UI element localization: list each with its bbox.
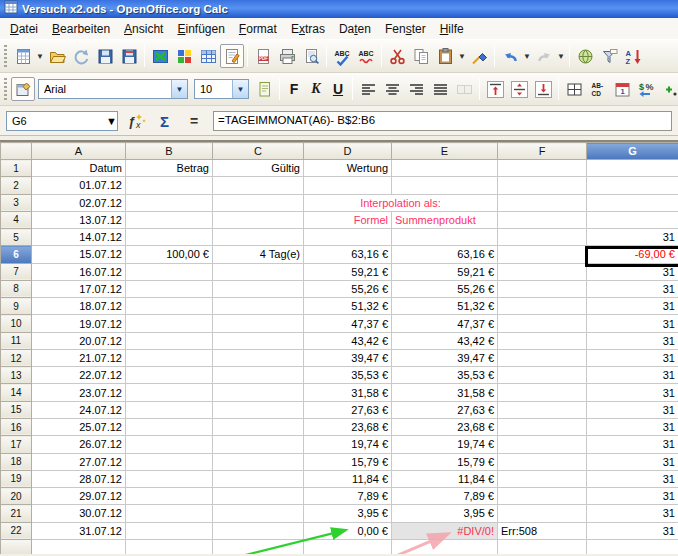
cell-B22[interactable] bbox=[126, 522, 213, 539]
cell-B15[interactable] bbox=[126, 401, 213, 418]
cell-D6[interactable]: 63,16 € bbox=[304, 246, 392, 263]
row-header-23[interactable] bbox=[1, 539, 32, 554]
cell-F4[interactable] bbox=[498, 211, 587, 228]
cell-E15[interactable]: 27,63 € bbox=[392, 401, 498, 418]
cut-button[interactable] bbox=[385, 44, 409, 68]
row-header-21[interactable]: 21 bbox=[1, 505, 32, 522]
row-header-12[interactable]: 12 bbox=[1, 349, 32, 366]
export-button[interactable] bbox=[148, 44, 172, 68]
row-header-5[interactable]: 5 bbox=[1, 229, 32, 246]
cell-D16[interactable]: 23,68 € bbox=[304, 418, 392, 435]
cell-G10[interactable]: 31 bbox=[587, 315, 678, 332]
align-justify-button[interactable] bbox=[428, 77, 452, 101]
cell-F6[interactable] bbox=[498, 246, 587, 263]
wrap-text-button[interactable]: AB-CD bbox=[586, 77, 610, 101]
align-top-button[interactable] bbox=[483, 77, 507, 101]
cell-D3[interactable]: Interpolation als: bbox=[304, 194, 498, 211]
cell-A1[interactable]: Datum bbox=[32, 160, 126, 177]
cell-D20[interactable]: 7,89 € bbox=[304, 488, 392, 505]
cell-G7[interactable]: 31 bbox=[587, 263, 678, 280]
cell-B9[interactable] bbox=[126, 298, 213, 315]
cell-B13[interactable] bbox=[126, 367, 213, 384]
cell-E12[interactable]: 39,47 € bbox=[392, 349, 498, 366]
insert-table-button[interactable] bbox=[196, 44, 220, 68]
cell-G3[interactable] bbox=[587, 194, 678, 211]
cell-G17[interactable]: 31 bbox=[587, 436, 678, 453]
cell-E17[interactable]: 19,74 € bbox=[392, 436, 498, 453]
paste-dropdown-icon[interactable]: ▼ bbox=[457, 44, 467, 68]
cell-E4[interactable]: Summenprodukt bbox=[392, 211, 498, 228]
cell-C18[interactable] bbox=[213, 453, 304, 470]
cell-A23[interactable] bbox=[32, 539, 126, 554]
cell-F3[interactable] bbox=[498, 194, 587, 211]
cell-A13[interactable]: 22.07.12 bbox=[32, 367, 126, 384]
cell-D8[interactable]: 55,26 € bbox=[304, 280, 392, 297]
row-header-20[interactable]: 20 bbox=[1, 488, 32, 505]
cell-E14[interactable]: 31,58 € bbox=[392, 384, 498, 401]
cell-A10[interactable]: 19.07.12 bbox=[32, 315, 126, 332]
menu-einfgen[interactable]: Einfügen bbox=[170, 19, 231, 39]
cell-D18[interactable]: 15,79 € bbox=[304, 453, 392, 470]
cell-B7[interactable] bbox=[126, 263, 213, 280]
date-format-button[interactable]: 1 bbox=[610, 77, 634, 101]
cell-C8[interactable] bbox=[213, 280, 304, 297]
row-header-14[interactable]: 14 bbox=[1, 384, 32, 401]
cell-D14[interactable]: 31,58 € bbox=[304, 384, 392, 401]
cell-A8[interactable]: 17.07.12 bbox=[32, 280, 126, 297]
toolbar-drag-handle[interactable] bbox=[4, 78, 7, 100]
cell-C16[interactable] bbox=[213, 418, 304, 435]
cell-D15[interactable]: 27,63 € bbox=[304, 401, 392, 418]
cell-F15[interactable] bbox=[498, 401, 587, 418]
cell-G11[interactable]: 31 bbox=[587, 332, 678, 349]
cell-D22[interactable]: 0,00 € bbox=[304, 522, 392, 539]
cell-B21[interactable] bbox=[126, 505, 213, 522]
cell-F8[interactable] bbox=[498, 280, 587, 297]
cell-E22[interactable]: #DIV/0! bbox=[392, 522, 498, 539]
cell-G6[interactable]: -69,00 € bbox=[587, 246, 678, 263]
print-button[interactable] bbox=[275, 44, 299, 68]
cell-C19[interactable] bbox=[213, 470, 304, 487]
cell-F12[interactable] bbox=[498, 349, 587, 366]
document-button[interactable] bbox=[252, 77, 276, 101]
autofilter-button[interactable] bbox=[597, 44, 621, 68]
cell-D1[interactable]: Wertung bbox=[304, 160, 392, 177]
cell-A17[interactable]: 26.07.12 bbox=[32, 436, 126, 453]
cell-F18[interactable] bbox=[498, 453, 587, 470]
cell-D7[interactable]: 59,21 € bbox=[304, 263, 392, 280]
cell-B5[interactable] bbox=[126, 229, 213, 246]
cell-E20[interactable]: 7,89 € bbox=[392, 488, 498, 505]
menu-datei[interactable]: Datei bbox=[3, 19, 45, 39]
cell-F1[interactable] bbox=[498, 160, 587, 177]
cell-E16[interactable]: 23,68 € bbox=[392, 418, 498, 435]
cell-B8[interactable] bbox=[126, 280, 213, 297]
column-header-G[interactable]: G bbox=[587, 143, 678, 160]
cell-D13[interactable]: 35,53 € bbox=[304, 367, 392, 384]
row-header-3[interactable]: 3 bbox=[1, 194, 32, 211]
sort-descending-button[interactable]: AZ bbox=[621, 44, 645, 68]
cell-G5[interactable]: 31 bbox=[587, 229, 678, 246]
cell-G9[interactable]: 31 bbox=[587, 298, 678, 315]
row-header-1[interactable]: 1 bbox=[1, 160, 32, 177]
save-button[interactable] bbox=[93, 44, 117, 68]
cell-G23[interactable] bbox=[587, 539, 678, 554]
menu-fenster[interactable]: Fenster bbox=[378, 19, 433, 39]
cell-A16[interactable]: 25.07.12 bbox=[32, 418, 126, 435]
redo-dropdown-icon[interactable]: ▼ bbox=[556, 44, 566, 68]
reload-button[interactable] bbox=[69, 44, 93, 68]
cell-E8[interactable]: 55,26 € bbox=[392, 280, 498, 297]
cell-A6[interactable]: 15.07.12 bbox=[32, 246, 126, 263]
cell-B17[interactable] bbox=[126, 436, 213, 453]
row-header-9[interactable]: 9 bbox=[1, 298, 32, 315]
cell-G14[interactable]: 31 bbox=[587, 384, 678, 401]
format-paintbrush-button[interactable] bbox=[467, 44, 491, 68]
cell-D12[interactable]: 39,47 € bbox=[304, 349, 392, 366]
open-button[interactable] bbox=[45, 44, 69, 68]
cell-C11[interactable] bbox=[213, 332, 304, 349]
borders-button[interactable] bbox=[562, 77, 586, 101]
gallery-button[interactable] bbox=[172, 44, 196, 68]
cell-A5[interactable]: 14.07.12 bbox=[32, 229, 126, 246]
cell-F22[interactable]: Err:508 bbox=[498, 522, 587, 539]
cell-G18[interactable]: 31 bbox=[587, 453, 678, 470]
equals-button[interactable]: = bbox=[183, 109, 208, 133]
pdf-export-button[interactable]: PDF bbox=[251, 44, 275, 68]
